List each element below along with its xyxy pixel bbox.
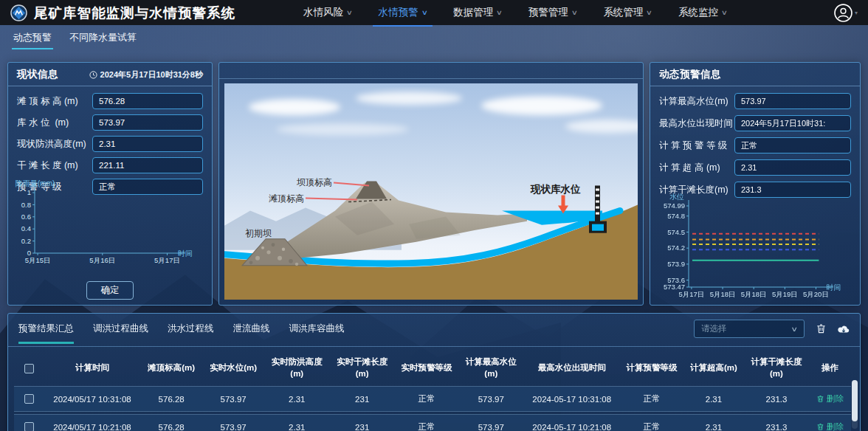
tab-dynamic-warning[interactable]: 动态预警 — [13, 31, 52, 49]
results-table: 计算时间滩顶标高(m)实时水位(m)实时防洪高度(m)实时干滩长度(m)实时预警… — [14, 348, 851, 431]
svg-text:时间: 时间 — [178, 249, 193, 258]
field-value-input[interactable]: 正常 — [734, 137, 851, 154]
svg-text:水位: 水位 — [669, 193, 684, 201]
panel-title: 现状信息 — [17, 68, 58, 81]
user-avatar[interactable]: ▾ — [834, 4, 858, 22]
svg-text:574.5: 574.5 — [667, 228, 685, 236]
row-checkbox[interactable] — [24, 422, 34, 431]
trash-icon — [816, 323, 827, 334]
table-cell: 2024-05-17 10:21:08 — [524, 414, 620, 431]
top-navbar: 尾矿库智能监测与水情预警系统 水情风险 ∨ 水情预警 ∨ 数据管理 ∨ 预警管理… — [0, 0, 868, 25]
column-header: 计算时间 — [44, 351, 140, 384]
select-all-checkbox[interactable] — [24, 364, 34, 373]
nav-item-water-risk[interactable]: 水情风险 ∨ — [303, 6, 352, 19]
select-placeholder: 请选择 — [701, 323, 727, 334]
results-panel: 预警结果汇总 调洪过程曲线 洪水过程线 泄流曲线 调洪库容曲线 请选择 ∨ — [7, 313, 861, 431]
tab-warning-results-summary[interactable]: 预警结果汇总 — [18, 323, 74, 335]
row-checkbox[interactable] — [24, 394, 34, 404]
nav-item-system-management[interactable]: 系统管理 ∨ — [603, 6, 652, 19]
nav-label: 水情预警 — [379, 6, 418, 19]
select-all-cell — [14, 351, 44, 384]
field-value-input[interactable]: 221.11 — [92, 157, 203, 173]
user-icon — [834, 4, 852, 22]
field-label: 库 水 位 (m) — [17, 117, 69, 129]
table-row: 2024/05/17 10:31:08576.28573.972.31231正常… — [14, 386, 851, 412]
chevron-down-icon: ∨ — [791, 325, 799, 333]
confirm-button[interactable]: 确定 — [86, 281, 134, 300]
tab-flood-routing-curve[interactable]: 调洪过程曲线 — [93, 323, 148, 335]
results-head-row: 计算时间滩顶标高(m)实时水位(m)实时防洪高度(m)实时干滩长度(m)实时预警… — [14, 351, 851, 384]
field-value-input[interactable]: 2.31 — [734, 159, 851, 176]
field-value-input[interactable]: 576.28 — [92, 93, 203, 109]
table-cell: 2024/05/17 10:31:08 — [44, 386, 140, 412]
field-label: 现状防洪高度(m) — [17, 138, 86, 151]
delete-selected-button[interactable] — [816, 323, 827, 334]
table-cell: 正常 — [395, 414, 458, 431]
tab-discharge-curve[interactable]: 泄流曲线 — [233, 323, 270, 335]
results-tabs: 预警结果汇总 调洪过程曲线 洪水过程线 泄流曲线 调洪库容曲线 请选择 ∨ — [8, 314, 860, 347]
svg-text:5月17日: 5月17日 — [154, 256, 180, 264]
chevron-down-icon: ∨ — [421, 9, 427, 16]
table-scrollbar[interactable] — [852, 380, 858, 429]
nav-label: 预警管理 — [528, 6, 568, 19]
tab-storage-capacity-curve[interactable]: 调洪库容曲线 — [289, 323, 345, 335]
field-label: 最高水位出现时间 — [659, 117, 733, 130]
app-title: 尾矿库智能监测与水情预警系统 — [34, 4, 235, 22]
column-header: 操作 — [809, 351, 851, 384]
scrollbar-thumb[interactable] — [852, 380, 858, 421]
page-subtabs: 动态预警 不同降水量试算 — [13, 31, 137, 49]
download-button[interactable] — [838, 324, 850, 334]
svg-text:1: 1 — [27, 188, 31, 196]
delete-row-button[interactable]: 删除 — [816, 421, 844, 431]
diagram-header — [219, 63, 643, 79]
svg-text:0.6: 0.6 — [21, 213, 31, 221]
field-max-level-time: 最高水位出现时间 2024年5月17日10时31: — [659, 115, 851, 131]
table-cell: 2.31 — [683, 386, 744, 412]
table-cell: 正常 — [620, 386, 683, 412]
column-header: 实时水位(m) — [202, 351, 264, 384]
panel-header: 动态预警信息 — [650, 63, 860, 86]
table-cell: 231.3 — [744, 414, 809, 431]
svg-text:5月18日: 5月18日 — [710, 290, 736, 298]
field-calc-warning-level: 计 算 预 警 等 级 正常 — [659, 137, 851, 154]
field-value-input[interactable]: 573.97 — [734, 93, 851, 109]
beach-crest-label: 滩顶标高 — [269, 193, 304, 204]
chevron-down-icon: ∨ — [721, 9, 728, 16]
svg-text:573.6: 573.6 — [667, 276, 685, 284]
nav-label: 系统监控 — [678, 6, 718, 19]
svg-text:5月19日: 5月19日 — [772, 290, 798, 298]
current-water-level-label: 现状库水位 — [530, 183, 581, 194]
app-logo-icon — [10, 4, 27, 21]
nav-item-water-warning[interactable]: 水情预警 ∨ — [379, 6, 427, 19]
nav-item-system-monitor[interactable]: 系统监控 ∨ — [678, 6, 727, 19]
svg-text:574.2: 574.2 — [667, 244, 685, 252]
results-filter-select[interactable]: 请选择 ∨ — [694, 320, 805, 338]
table-cell: 573.97 — [458, 386, 523, 412]
rainfall-chart: 00.20.40.60.815月15日5月16日5月17日降雨量(mm)时间 — [13, 179, 207, 268]
timestamp-text: 2024年5月17日10时31分8秒 — [100, 69, 203, 80]
svg-text:5月17日: 5月17日 — [678, 290, 704, 298]
chevron-down-icon: ∨ — [496, 9, 503, 16]
field-value-input[interactable]: 2024年5月17日10时31: — [734, 115, 851, 131]
field-value-input[interactable]: 573.97 — [92, 114, 203, 131]
field-value-input[interactable]: 2.31 — [92, 136, 203, 152]
initial-dam-label: 初期坝 — [245, 228, 272, 238]
tab-rainfall-trial[interactable]: 不同降水量试算 — [69, 31, 137, 49]
column-header: 实时干滩长度(m) — [329, 351, 394, 384]
nav-item-data-management[interactable]: 数据管理 ∨ — [453, 6, 502, 19]
field-label: 计 算 超 高 (m) — [659, 162, 720, 174]
tab-flood-process-curve[interactable]: 洪水过程线 — [168, 323, 214, 335]
dynamic-warning-fields: 计算最高水位(m) 573.97 最高水位出现时间 2024年5月17日10时3… — [650, 86, 860, 198]
status-timestamp: 2024年5月17日10时31分8秒 — [89, 69, 203, 80]
row-select-cell — [14, 414, 44, 431]
field-label: 干 滩 长 度 (m) — [17, 159, 78, 172]
nav-item-warning-management[interactable]: 预警管理 ∨ — [528, 6, 577, 19]
table-cell: 2.31 — [683, 414, 744, 431]
column-header: 计算最高水位(m) — [458, 351, 523, 384]
chevron-down-icon: ▾ — [855, 10, 858, 16]
column-header: 计算干滩长度(m) — [744, 351, 809, 384]
table-cell: 576.28 — [140, 414, 202, 431]
dam-cross-section-diagram: 坝顶标高 滩顶标高 初期坝 现状库水位 — [224, 83, 638, 300]
delete-row-button[interactable]: 删除 — [816, 393, 844, 404]
table-cell: 231.3 — [744, 386, 809, 412]
